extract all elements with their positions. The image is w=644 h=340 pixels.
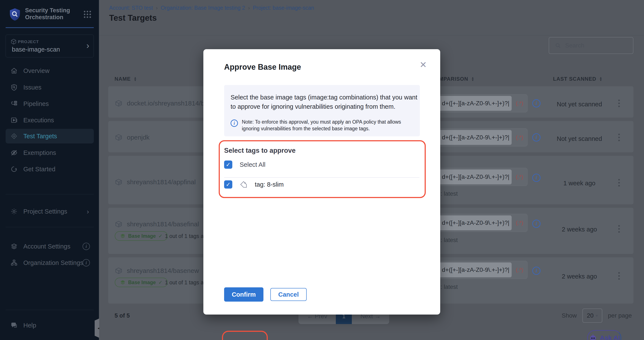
breadcrumb-org-link[interactable]: Organization: Base Image testing 2: [160, 5, 245, 11]
target-name: docket.io/shreyansh1814/ba: [115, 99, 208, 107]
ai-bot-icon: [589, 334, 597, 340]
search-input[interactable]: Search: [549, 37, 634, 54]
sidebar-header: Security Testing Orchestration: [0, 0, 99, 28]
sort-icon: ▲▼: [471, 77, 474, 81]
sidebar: Security Testing Orchestration PROJECT b…: [0, 0, 99, 340]
column-header-last-scanned[interactable]: LAST SCANNED ▲▼: [553, 76, 602, 82]
search-placeholder: Search: [565, 42, 584, 49]
row-menu-icon[interactable]: [618, 100, 620, 107]
regex-toggle[interactable]: (.*): [512, 267, 527, 273]
regex-toggle[interactable]: (.*): [512, 100, 527, 107]
modal-title: Approve Base Image: [224, 63, 301, 72]
regex-toggle[interactable]: (.*): [512, 220, 527, 226]
project-selector[interactable]: PROJECT base-image-scan ›: [6, 34, 94, 57]
sidebar-item-label: Project Settings: [23, 208, 67, 215]
page-title: Test Targets: [109, 13, 157, 23]
breadcrumb-project-link[interactable]: Project: base-image-scan: [253, 5, 314, 11]
sidebar-item-pipelines[interactable]: Pipelines: [6, 96, 94, 111]
regex-toggle[interactable]: (.*): [512, 134, 527, 141]
sidebar-item-label: Pipelines: [23, 100, 49, 107]
row-menu-icon[interactable]: [618, 134, 620, 141]
help-chat-icon: ?: [10, 322, 18, 329]
target-name-label: openjdk: [127, 134, 150, 141]
last-scanned-value: 2 weeks ago: [547, 273, 612, 280]
select-all-label: Select All: [240, 161, 266, 168]
sidebar-item-help[interactable]: ? Help: [6, 318, 94, 333]
sidebar-item-label: Help: [23, 322, 36, 329]
row-menu-icon[interactable]: [618, 179, 620, 187]
row-menu-icon[interactable]: [618, 272, 620, 280]
sidebar-item-get-started[interactable]: Get Started: [6, 162, 94, 176]
target-name: shreyansh1814/basenew: [115, 267, 199, 275]
sidebar-item-label: Get Started: [23, 166, 55, 173]
tag-row: ✓ tag: 8-slim: [224, 180, 284, 188]
sidebar-item-account-settings[interactable]: Account Settings i: [6, 239, 94, 254]
sidebar-item-overview[interactable]: Overview: [6, 63, 94, 78]
sidebar-item-label: Issues: [23, 84, 42, 91]
cancel-button[interactable]: Cancel: [270, 288, 307, 301]
chevron-right-icon: ›: [87, 207, 89, 215]
badge-label: Base Image: [128, 280, 156, 285]
sidebar-item-issues[interactable]: Issues: [6, 80, 94, 95]
sidebar-item-label: Account Settings: [23, 243, 70, 250]
info-icon[interactable]: i: [532, 267, 540, 275]
layers-icon: [120, 280, 126, 285]
sto-shield-logo-icon: [8, 7, 22, 21]
info-icon[interactable]: i: [82, 259, 90, 266]
last-scanned-value: 1 week ago: [547, 180, 612, 187]
info-icon: i: [230, 120, 238, 127]
target-icon: [10, 133, 18, 140]
badge-label: Base Image: [128, 233, 156, 239]
info-icon[interactable]: i: [532, 99, 540, 107]
module-grid-icon[interactable]: [84, 11, 91, 18]
svg-text:?: ?: [13, 323, 14, 326]
sidebar-item-organization-settings[interactable]: Organization Settings i: [6, 255, 94, 270]
sort-icon: ▲▼: [134, 77, 137, 81]
approve-base-image-modal: Approve Base Image ✕ Select the base ima…: [203, 49, 440, 315]
project-name: base-image-scan: [12, 46, 60, 53]
project-label: PROJECT: [18, 39, 39, 44]
page-size-select[interactable]: 20 ▾: [582, 309, 602, 323]
pipeline-icon: [10, 100, 18, 107]
target-name-label: shreyansh1814/basefinal: [127, 220, 199, 228]
sidebar-item-executions[interactable]: Executions: [6, 113, 94, 128]
last-scanned-value: Not yet scanned: [547, 135, 612, 142]
sidebar-item-label: Organization Settings: [23, 259, 83, 266]
info-icon[interactable]: i: [532, 133, 540, 142]
container-image-icon: [115, 178, 122, 186]
tag-checkbox[interactable]: ✓: [224, 180, 232, 188]
sidebar-item-label: Exemptions: [23, 149, 56, 157]
tag-label: tag: 8-slim: [255, 181, 284, 188]
sidebar-item-project-settings[interactable]: Project Settings ›: [6, 204, 94, 219]
breadcrumb-account-link[interactable]: Account: STO test: [109, 5, 153, 11]
ask-ai-button[interactable]: Ask AI: [587, 330, 621, 340]
page-size-value: 20: [587, 312, 594, 319]
target-name-label: docket.io/shreyansh1814/ba: [127, 100, 208, 107]
sidebar-item-label: Overview: [23, 67, 50, 74]
search-icon: [555, 42, 561, 49]
eye-off-icon: [10, 149, 18, 157]
base-image-badge: Base Image ✓: [115, 278, 168, 287]
module-accent-underline: [6, 27, 94, 28]
modal-note-text: Note: To enforce this approval, you must…: [242, 119, 414, 132]
play-square-icon: [10, 117, 18, 124]
sidebar-item-exemptions[interactable]: Exemptions: [6, 145, 94, 160]
select-all-row: ✓ Select All: [224, 161, 266, 169]
confirm-button[interactable]: Confirm: [224, 287, 264, 302]
sidebar-item-test-targets[interactable]: Test Targets: [6, 129, 94, 144]
check-icon: ✓: [158, 280, 162, 285]
header-divider: [99, 35, 644, 35]
column-header-name[interactable]: NAME ▲▼: [114, 76, 137, 82]
info-icon[interactable]: i: [532, 220, 540, 228]
regex-toggle[interactable]: (.*): [512, 174, 527, 180]
select-all-checkbox[interactable]: ✓: [224, 161, 232, 169]
close-icon[interactable]: ✕: [420, 60, 427, 69]
base-image-badge: Base Image ✓: [115, 231, 168, 241]
info-icon[interactable]: i: [82, 243, 90, 250]
row-menu-icon[interactable]: [618, 225, 620, 233]
check-icon: ✓: [158, 233, 162, 239]
target-name: shreyansh1814/appfinal: [115, 178, 196, 186]
info-icon[interactable]: i: [532, 174, 540, 182]
last-scanned-value: 2 weeks ago: [547, 226, 612, 233]
container-image-icon: [115, 99, 122, 107]
